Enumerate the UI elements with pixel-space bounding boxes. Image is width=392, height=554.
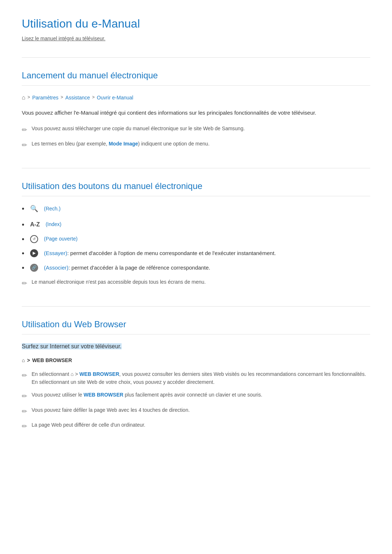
essayer-label: (Essayer) [44,250,67,256]
pencil-icon-3 [22,278,27,289]
note2-prefix: Les termes en bleu (par exemple, [32,141,109,147]
list-item-index: • A-Z (Index) [22,220,370,229]
web-breadcrumb-arrow: > [27,356,30,364]
web-note-2-text: Vous pouvez utiliser le WEB BROWSER plus… [32,391,370,399]
section-boutons: Utilisation des boutons du manuel électr… [22,179,370,289]
web-note2-prefix: Vous pouvez utiliser le [32,392,83,398]
pencil-icon-7 [22,421,27,432]
list-item-associer: • 🔗 (Associer): permet d'accéder à la pa… [22,263,370,272]
pencil-icon-2 [22,140,27,151]
assoc-icon: 🔗 [30,264,38,272]
pencil-icon-5 [22,391,27,402]
web-note2-suffix: plus facilement après avoir connecté un … [123,392,262,398]
web-note-2: Vous pouvez utiliser le WEB BROWSER plus… [22,391,370,402]
note2-suffix: ) indiquent une option de menu. [138,141,209,147]
rech-label: (Rech.) [44,205,61,213]
webbrowser-subtitle: Surfez sur Internet sur votre téléviseur… [22,343,122,349]
mode-image-link[interactable]: Mode Image [109,141,138,147]
bullet-dot-essayer: • [22,250,24,257]
page-icon: ↺ [30,235,38,243]
pencil-icon-4 [22,370,27,381]
web-note-1: En sélectionnant ⌂ > WEB BROWSER, vous p… [22,370,370,386]
web-browser-link-1[interactable]: WEB BROWSER [79,371,119,377]
section-webbrowser: Utilisation du Web Browser Surfez sur In… [22,317,370,432]
breadcrumb-lancement: ⌂ > Paramètres > Assistance > Ouvrir e-M… [22,93,370,102]
breadcrumb-arrow-3: > [92,94,95,101]
index-label: (Index) [46,220,62,228]
bullet-list: • 🔍 (Rech.) • A-Z (Index) • ↺ (Page ouve… [22,204,370,272]
web-browser-link-2[interactable]: WEB BROWSER [83,392,123,398]
bullet-dot-index: • [22,221,24,228]
breadcrumb-arrow-2: > [61,94,63,101]
web-note-4-text: La page Web peut différer de celle d'un … [32,421,370,429]
main-subtitle: Lisez le manuel intégré au téléviseur. [22,34,370,42]
web-note-1-text: En sélectionnant ⌂ > WEB BROWSER, vous p… [32,370,370,386]
boutons-note: Le manuel électronique n'est pas accessi… [22,278,370,289]
section-lancement-title: Lancement du manuel électronique [22,69,370,86]
associer-label: (Associer) [44,264,69,271]
bullet-dot-page: • [22,235,24,243]
home-icon[interactable]: ⌂ [22,93,25,102]
breadcrumb-parametres[interactable]: Paramètres [32,94,58,102]
lancement-note-2: Les termes en bleu (par exemple, Mode Im… [22,140,370,151]
pencil-icon-6 [22,406,27,417]
bullet-dot-rech: • [22,205,24,212]
lancement-description: Vous pouvez afficher l'e-Manual intégré … [22,108,370,118]
page-label: (Page ouverte) [44,235,78,243]
list-item-rech: • 🔍 (Rech.) [22,204,370,214]
web-note-3: Vous pouvez faire défiler la page Web av… [22,406,370,417]
az-icon: A-Z [30,220,40,229]
web-note-3-text: Vous pouvez faire défiler la page Web av… [32,406,370,414]
section-boutons-title: Utilisation des boutons du manuel électr… [22,179,370,196]
lancement-note-1-text: Vous pouvez aussi télécharger une copie … [32,124,370,132]
web-note1-prefix: En sélectionnant [32,371,70,377]
boutons-note-text: Le manuel électronique n'est pas accessi… [32,278,370,286]
essayer-text: (Essayer): permet d'accéder à l'option d… [44,249,276,258]
section-webbrowser-title: Utilisation du Web Browser [22,317,370,335]
associer-text: (Associer): permet d'accéder à la page d… [44,263,210,272]
page-container: Utilisation du e-Manual Lisez le manuel … [22,15,370,432]
search-icon: 🔍 [30,204,38,214]
web-note-4: La page Web peut différer de celle d'un … [22,421,370,432]
breadcrumb-assistance[interactable]: Assistance [65,94,90,102]
web-note1-home: ⌂ [70,371,73,377]
associer-desc: : permet d'accéder à la page de référenc… [69,264,211,271]
section-lancement: Lancement du manuel électronique ⌂ > Par… [22,69,370,151]
webbrowser-subtitle-container: Surfez sur Internet sur votre téléviseur… [22,342,370,351]
lancement-note-1: Vous pouvez aussi télécharger une copie … [22,124,370,135]
web-breadcrumb-label: WEB BROWSER [32,356,72,364]
breadcrumb-webbrowser: ⌂ > WEB BROWSER [22,356,370,364]
breadcrumb-arrow-1: > [28,94,30,101]
breadcrumb-ouvrir[interactable]: Ouvrir e-Manual [97,94,133,102]
web-home-icon[interactable]: ⌂ [22,356,25,364]
try-icon: ▶ [30,249,38,257]
essayer-desc: : permet d'accéder à l'option de menu co… [67,250,276,256]
pencil-icon-1 [22,125,27,135]
list-item-essayer: • ▶ (Essayer): permet d'accéder à l'opti… [22,249,370,258]
web-note1-arrow: > [75,371,78,377]
bullet-dot-associer: • [22,264,24,271]
list-item-page: • ↺ (Page ouverte) [22,235,370,243]
lancement-note-2-text: Les termes en bleu (par exemple, Mode Im… [32,140,370,148]
main-title: Utilisation du e-Manual [22,15,370,33]
